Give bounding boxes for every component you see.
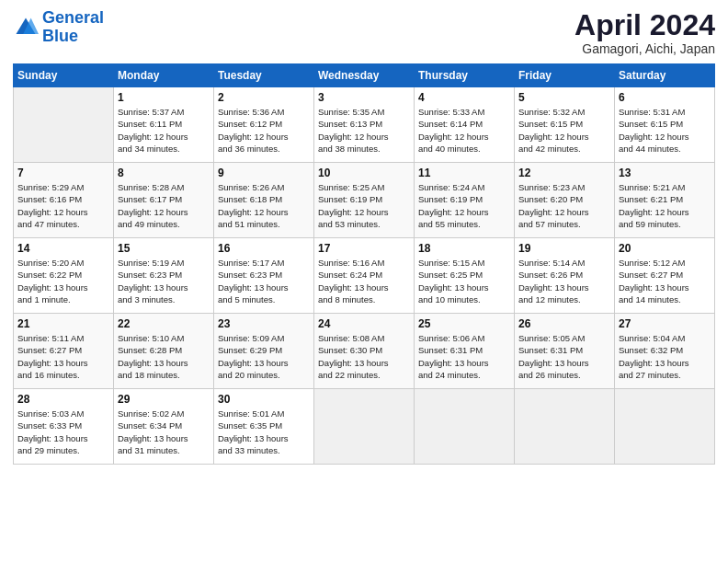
weekday-header: Tuesday [214,64,314,87]
day-number: 9 [218,167,310,179]
day-info: Sunrise: 5:05 AM Sunset: 6:31 PM Dayligh… [518,332,610,381]
day-info: Sunrise: 5:29 AM Sunset: 6:16 PM Dayligh… [17,181,109,230]
calendar-cell: 11Sunrise: 5:24 AM Sunset: 6:19 PM Dayli… [415,163,515,238]
day-info: Sunrise: 5:15 AM Sunset: 6:25 PM Dayligh… [418,257,510,305]
logo-text: General Blue [42,9,104,46]
day-number: 27 [619,317,711,330]
calendar-cell [14,87,114,163]
weekday-header: Friday [515,64,615,87]
calendar-cell: 21Sunrise: 5:11 AM Sunset: 6:27 PM Dayli… [14,314,114,389]
day-info: Sunrise: 5:04 AM Sunset: 6:32 PM Dayligh… [619,332,711,381]
day-number: 10 [318,167,410,179]
calendar-cell: 6Sunrise: 5:31 AM Sunset: 6:15 PM Daylig… [615,87,715,163]
calendar-week-row: 28Sunrise: 5:03 AM Sunset: 6:33 PM Dayli… [14,389,715,465]
calendar-week-row: 21Sunrise: 5:11 AM Sunset: 6:27 PM Dayli… [14,314,715,389]
calendar-cell: 24Sunrise: 5:08 AM Sunset: 6:30 PM Dayli… [314,314,415,389]
day-number: 12 [518,167,610,179]
day-info: Sunrise: 5:14 AM Sunset: 6:26 PM Dayligh… [518,257,610,305]
day-info: Sunrise: 5:10 AM Sunset: 6:28 PM Dayligh… [118,332,210,381]
weekday-header-row: SundayMondayTuesdayWednesdayThursdayFrid… [14,64,715,87]
calendar-cell: 15Sunrise: 5:19 AM Sunset: 6:23 PM Dayli… [114,238,214,314]
weekday-header: Saturday [615,64,715,87]
day-info: Sunrise: 5:19 AM Sunset: 6:23 PM Dayligh… [118,257,210,305]
day-number: 15 [118,242,210,255]
calendar-cell: 1Sunrise: 5:37 AM Sunset: 6:11 PM Daylig… [114,87,214,163]
calendar-cell: 7Sunrise: 5:29 AM Sunset: 6:16 PM Daylig… [14,163,114,238]
day-info: Sunrise: 5:37 AM Sunset: 6:11 PM Dayligh… [118,106,210,155]
location-subtitle: Gamagori, Aichi, Japan [574,41,715,56]
day-number: 20 [619,242,711,255]
day-number: 19 [518,242,610,255]
day-number: 2 [218,91,310,104]
day-number: 7 [17,167,109,179]
day-number: 8 [118,167,210,179]
day-number: 16 [218,242,310,255]
day-number: 29 [118,393,210,406]
day-number: 22 [118,317,210,330]
day-info: Sunrise: 5:25 AM Sunset: 6:19 PM Dayligh… [318,181,410,230]
calendar-week-row: 7Sunrise: 5:29 AM Sunset: 6:16 PM Daylig… [14,163,715,238]
day-number: 11 [418,167,510,179]
weekday-header: Monday [114,64,214,87]
weekday-header: Sunday [14,64,114,87]
day-info: Sunrise: 5:26 AM Sunset: 6:18 PM Dayligh… [218,181,310,230]
day-info: Sunrise: 5:33 AM Sunset: 6:14 PM Dayligh… [418,106,510,155]
calendar-cell: 26Sunrise: 5:05 AM Sunset: 6:31 PM Dayli… [515,314,615,389]
calendar-cell: 3Sunrise: 5:35 AM Sunset: 6:13 PM Daylig… [314,87,415,163]
calendar-cell: 19Sunrise: 5:14 AM Sunset: 6:26 PM Dayli… [515,238,615,314]
header: General Blue April 2024 Gamagori, Aichi,… [13,9,715,56]
calendar-cell: 17Sunrise: 5:16 AM Sunset: 6:24 PM Dayli… [314,238,415,314]
day-info: Sunrise: 5:21 AM Sunset: 6:21 PM Dayligh… [619,181,711,230]
calendar-cell: 14Sunrise: 5:20 AM Sunset: 6:22 PM Dayli… [14,238,114,314]
calendar-cell: 12Sunrise: 5:23 AM Sunset: 6:20 PM Dayli… [515,163,615,238]
weekday-header: Thursday [415,64,515,87]
day-number: 24 [318,317,410,330]
main-container: General Blue April 2024 Gamagori, Aichi,… [0,0,728,474]
day-info: Sunrise: 5:12 AM Sunset: 6:27 PM Dayligh… [619,257,711,305]
day-info: Sunrise: 5:02 AM Sunset: 6:34 PM Dayligh… [118,408,210,456]
calendar-cell [314,389,415,465]
calendar-cell: 25Sunrise: 5:06 AM Sunset: 6:31 PM Dayli… [415,314,515,389]
day-number: 14 [17,242,109,255]
day-number: 30 [218,393,310,406]
calendar-cell: 4Sunrise: 5:33 AM Sunset: 6:14 PM Daylig… [415,87,515,163]
day-info: Sunrise: 5:36 AM Sunset: 6:12 PM Dayligh… [218,106,310,155]
calendar-cell: 29Sunrise: 5:02 AM Sunset: 6:34 PM Dayli… [114,389,214,465]
calendar-cell: 13Sunrise: 5:21 AM Sunset: 6:21 PM Dayli… [615,163,715,238]
day-info: Sunrise: 5:11 AM Sunset: 6:27 PM Dayligh… [17,332,109,381]
day-info: Sunrise: 5:17 AM Sunset: 6:23 PM Dayligh… [218,257,310,305]
day-info: Sunrise: 5:28 AM Sunset: 6:17 PM Dayligh… [118,181,210,230]
day-info: Sunrise: 5:23 AM Sunset: 6:20 PM Dayligh… [518,181,610,230]
day-info: Sunrise: 5:20 AM Sunset: 6:22 PM Dayligh… [17,257,109,305]
calendar-cell [415,389,515,465]
weekday-header: Wednesday [314,64,415,87]
calendar-cell: 9Sunrise: 5:26 AM Sunset: 6:18 PM Daylig… [214,163,314,238]
calendar-cell [515,389,615,465]
day-number: 6 [619,91,711,104]
day-info: Sunrise: 5:01 AM Sunset: 6:35 PM Dayligh… [218,408,310,456]
calendar-cell: 18Sunrise: 5:15 AM Sunset: 6:25 PM Dayli… [415,238,515,314]
day-number: 18 [418,242,510,255]
day-info: Sunrise: 5:16 AM Sunset: 6:24 PM Dayligh… [318,257,410,305]
day-info: Sunrise: 5:31 AM Sunset: 6:15 PM Dayligh… [619,106,711,155]
calendar-cell: 30Sunrise: 5:01 AM Sunset: 6:35 PM Dayli… [214,389,314,465]
day-info: Sunrise: 5:24 AM Sunset: 6:19 PM Dayligh… [418,181,510,230]
calendar-cell: 23Sunrise: 5:09 AM Sunset: 6:29 PM Dayli… [214,314,314,389]
month-title: April 2024 [574,9,715,41]
calendar-cell: 27Sunrise: 5:04 AM Sunset: 6:32 PM Dayli… [615,314,715,389]
day-number: 21 [17,317,109,330]
calendar-cell: 20Sunrise: 5:12 AM Sunset: 6:27 PM Dayli… [615,238,715,314]
day-info: Sunrise: 5:32 AM Sunset: 6:15 PM Dayligh… [518,106,610,155]
day-info: Sunrise: 5:06 AM Sunset: 6:31 PM Dayligh… [418,332,510,381]
calendar-cell: 16Sunrise: 5:17 AM Sunset: 6:23 PM Dayli… [214,238,314,314]
calendar-week-row: 14Sunrise: 5:20 AM Sunset: 6:22 PM Dayli… [14,238,715,314]
calendar-week-row: 1Sunrise: 5:37 AM Sunset: 6:11 PM Daylig… [14,87,715,163]
day-number: 23 [218,317,310,330]
calendar-cell: 10Sunrise: 5:25 AM Sunset: 6:19 PM Dayli… [314,163,415,238]
logo-line1: General [42,8,104,27]
calendar-cell: 8Sunrise: 5:28 AM Sunset: 6:17 PM Daylig… [114,163,214,238]
calendar-table: SundayMondayTuesdayWednesdayThursdayFrid… [13,63,715,465]
day-number: 26 [518,317,610,330]
day-number: 17 [318,242,410,255]
logo-line2: Blue [42,27,78,45]
